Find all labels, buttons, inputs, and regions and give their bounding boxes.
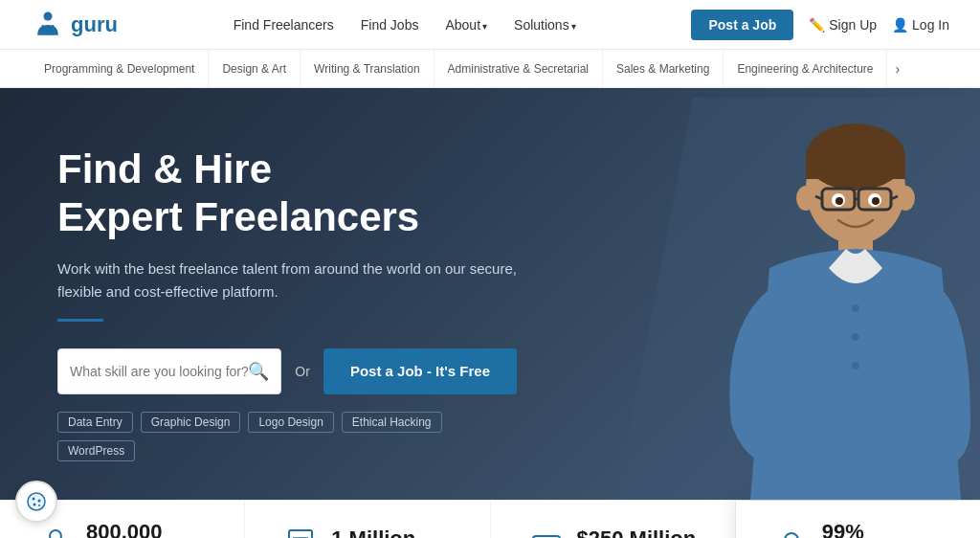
- stat-paid-text: $250 Million Paid to Freelancers: [577, 527, 697, 538]
- svg-point-14: [835, 197, 843, 205]
- stat-invoices: $ 1 Million Paid Invoices: [245, 501, 490, 538]
- tag-wordpress[interactable]: WordPress: [57, 440, 135, 461]
- nav-about[interactable]: About▾: [445, 17, 487, 33]
- or-text: Or: [295, 364, 310, 379]
- post-job-nav-button[interactable]: Post a Job: [691, 10, 793, 40]
- guru-logo-icon: [31, 8, 65, 42]
- svg-point-5: [796, 186, 815, 211]
- tag-graphic-design[interactable]: Graphic Design: [141, 412, 241, 433]
- cat-more-icon[interactable]: ›: [887, 61, 900, 77]
- stat-employers-text: 800,000 Employers Worldwide: [86, 520, 206, 538]
- hero-subtitle: Work with the best freelance talent from…: [57, 258, 517, 303]
- tag-ethical-hacking[interactable]: Ethical Hacking: [342, 412, 442, 433]
- tag-logo-design[interactable]: Logo Design: [248, 412, 333, 433]
- svg-point-18: [852, 333, 859, 341]
- hero-title: Find & Hire Expert Freelancers: [57, 146, 517, 242]
- svg-point-34: [28, 493, 45, 510]
- login-button[interactable]: 👤 Log In: [892, 17, 949, 33]
- search-input[interactable]: [70, 364, 248, 379]
- tag-data-entry[interactable]: Data Entry: [57, 412, 133, 433]
- hero-divider: [57, 319, 103, 322]
- stats-bar: 800,000 Employers Worldwide $ 1 Million …: [0, 500, 980, 538]
- paid-icon: $: [529, 527, 564, 538]
- cat-writing[interactable]: Writing & Translation: [301, 50, 434, 87]
- invoices-icon: $: [283, 527, 318, 538]
- logo[interactable]: guru: [31, 8, 118, 42]
- stat-invoices-number: 1 Million: [331, 527, 415, 538]
- stat-satisfaction: 99% Customer Satisfaction Rate: [736, 501, 980, 538]
- top-navigation: guru Find Freelancers Find Jobs About▾ S…: [0, 0, 980, 50]
- stat-paid: $ $250 Million Paid to Freelancers: [491, 501, 736, 538]
- nav-actions: Post a Job ✏️ Sign Up 👤 Log In: [691, 10, 949, 40]
- stat-paid-number: $250 Million: [577, 527, 697, 538]
- svg-point-36: [38, 500, 41, 503]
- category-bar: Programming & Development Design & Art W…: [0, 50, 980, 88]
- stat-satisfaction-text: 99% Customer Satisfaction Rate: [822, 520, 942, 538]
- svg-point-35: [33, 498, 35, 501]
- post-job-hero-button[interactable]: Post a Job - It's Free: [323, 348, 517, 394]
- nav-links: Find Freelancers Find Jobs About▾ Soluti…: [234, 17, 576, 33]
- svg-rect-4: [806, 155, 905, 179]
- cookie-settings-button[interactable]: [15, 481, 57, 523]
- search-icon[interactable]: 🔍: [248, 361, 269, 382]
- cookie-icon: [26, 491, 47, 512]
- svg-point-20: [50, 530, 61, 538]
- stat-satisfaction-number: 99%: [822, 520, 942, 538]
- cat-admin[interactable]: Administrative & Secretarial: [434, 50, 603, 87]
- svg-point-38: [38, 504, 40, 506]
- nav-solutions[interactable]: Solutions▾: [514, 17, 576, 33]
- satisfaction-icon: [774, 527, 809, 538]
- employers-icon: [38, 527, 73, 538]
- cat-engineering[interactable]: Engineering & Architecture: [724, 50, 887, 87]
- nav-find-freelancers[interactable]: Find Freelancers: [234, 17, 334, 33]
- svg-point-37: [33, 504, 36, 506]
- nav-find-jobs[interactable]: Find Jobs: [361, 17, 419, 33]
- svg-point-6: [896, 186, 915, 211]
- stat-employers-number: 800,000: [86, 520, 206, 538]
- svg-point-0: [44, 11, 53, 20]
- signup-button[interactable]: ✏️ Sign Up: [809, 17, 877, 33]
- hero-person-illustration: [616, 98, 980, 500]
- hero-content: Find & Hire Expert Freelancers Work with…: [0, 88, 574, 500]
- svg-point-17: [852, 304, 859, 312]
- skill-tags: Data Entry Graphic Design Logo Design Et…: [57, 412, 517, 461]
- search-row: 🔍 Or Post a Job - It's Free: [57, 348, 517, 394]
- logo-text: guru: [71, 12, 118, 37]
- svg-rect-22: [289, 530, 312, 538]
- cat-sales[interactable]: Sales & Marketing: [603, 50, 724, 87]
- svg-point-15: [872, 197, 880, 205]
- cat-programming[interactable]: Programming & Development: [31, 50, 209, 87]
- search-box: 🔍: [57, 348, 281, 394]
- stat-invoices-text: 1 Million Paid Invoices: [331, 527, 415, 538]
- cat-design[interactable]: Design & Art: [209, 50, 301, 87]
- svg-point-19: [852, 362, 859, 370]
- hero-section: Find & Hire Expert Freelancers Work with…: [0, 88, 980, 500]
- svg-point-32: [785, 533, 798, 538]
